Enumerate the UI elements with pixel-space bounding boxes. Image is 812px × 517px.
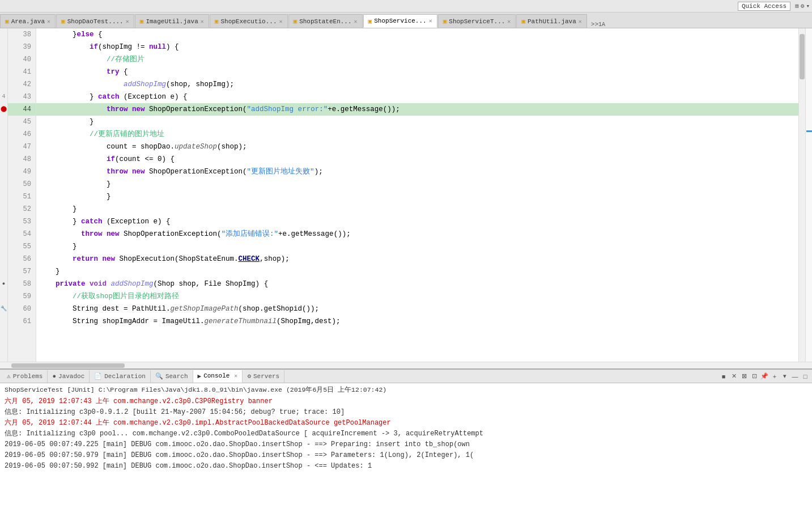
ln-57: 57	[8, 265, 36, 278]
tab-close-shopservice[interactable]: ✕	[429, 18, 432, 24]
code-line-38: }else {	[36, 28, 798, 41]
gutter-53	[0, 215, 7, 228]
tab-close-shopexecutio[interactable]: ✕	[279, 18, 283, 25]
console-line-0: 六月 05, 2019 12:07:43 上午 com.mchange.v2.c…	[5, 396, 807, 407]
code-line-51: }	[36, 190, 798, 203]
code-content[interactable]: }else { if(shopImg != null) { //存储图片 try…	[36, 28, 798, 362]
panel-tab-label-javadoc: Javadoc	[58, 373, 84, 380]
code-line-57: }	[36, 265, 798, 278]
tab-close-shopstateen[interactable]: ✕	[354, 18, 358, 25]
tab-close-imageutil[interactable]: ✕	[201, 18, 204, 25]
console-title: ShopServiceTest [JUnit] C:\Program Files…	[5, 385, 807, 394]
code-line-60: String dest = PathUtil.getShopImagePath(…	[36, 303, 798, 315]
panel-tab-search[interactable]: 🔍 Search	[151, 370, 193, 383]
panel-tab-close-console[interactable]: ✕	[234, 372, 237, 379]
panel-tab-servers[interactable]: ⚙ Servers	[243, 370, 284, 383]
tab-shopdaotest[interactable]: ▣ ShopDaoTest.... ✕	[56, 14, 134, 28]
quick-access-input[interactable]: Quick Access	[738, 2, 790, 11]
tab-close-pathutil[interactable]: ✕	[579, 18, 582, 25]
gutter-42	[0, 78, 7, 91]
gutter-58[interactable]: ●	[0, 278, 7, 290]
tab-shopstateen[interactable]: ▣ ShopStateEn... ✕	[288, 14, 363, 28]
horizontal-scrollbar[interactable]	[0, 362, 812, 368]
tab-shopservicet[interactable]: ▣ ShopServiceT... ✕	[438, 14, 516, 28]
console-line-6: 2019-06-05 00:07:50.992 [main] DEBUG com…	[5, 461, 807, 472]
gutter-60[interactable]: 🔧	[0, 303, 7, 315]
tab-close-shopdaotest[interactable]: ✕	[126, 18, 129, 25]
ln-51: 51	[8, 190, 36, 203]
tab-close-shopservicet[interactable]: ✕	[507, 18, 511, 25]
problems-icon: ⚠	[7, 372, 11, 380]
tab-shopservice[interactable]: ▣ ShopService... ✕	[363, 14, 437, 28]
tab-label-imageutil: ImageUtil.java	[146, 18, 198, 25]
tab-overflow[interactable]: >> 1A	[588, 21, 609, 28]
gutter-45	[0, 116, 7, 128]
more-icon[interactable]: ▾	[806, 2, 810, 10]
ln-47: 47	[8, 141, 36, 153]
tab-imageutil[interactable]: ▣ ImageUtil.java ✕	[135, 14, 209, 28]
panel-tab-label-declaration: Declaration	[104, 373, 146, 380]
ln-59: 59	[8, 290, 36, 303]
tab-label-area: Area.java	[11, 18, 45, 25]
ln-60: 60	[8, 303, 36, 315]
ln-46: 46	[8, 128, 36, 141]
ln-41: 41	[8, 66, 36, 78]
clear-console-button[interactable]: ⊡	[750, 372, 759, 381]
layout-icon[interactable]: ⊞	[795, 2, 799, 10]
gutter-44-bp[interactable]: ⬤	[0, 103, 7, 116]
left-gutter: 4 ⬤ ● 🔧	[0, 28, 8, 362]
gutter-43: 4	[0, 91, 7, 103]
console-new-button[interactable]: +	[770, 372, 779, 381]
code-line-45: }	[36, 116, 798, 128]
ln-49: 49	[8, 166, 36, 178]
vertical-scrollbar[interactable]	[798, 28, 805, 362]
gutter-40	[0, 53, 7, 66]
code-line-54: throw new ShopOperationException("添加店铺错误…	[36, 228, 798, 240]
gutter-57	[0, 265, 7, 278]
gutter-56	[0, 253, 7, 265]
gutter-38	[0, 28, 7, 41]
hscrollbar-thumb[interactable]	[11, 363, 125, 368]
ln-44: 44	[8, 103, 36, 116]
panel-tab-declaration[interactable]: 📄 Declaration	[90, 370, 151, 383]
tab-pathutil[interactable]: ▣ PathUtil.java ✕	[516, 14, 586, 28]
settings-icon[interactable]: ⚙	[801, 2, 805, 10]
code-line-58: private void addShopImg(Shop shop, File …	[36, 278, 798, 290]
console-menu-button[interactable]: ▾	[780, 372, 789, 381]
panel-controls: ■ ✕ ⊠ ⊡ 📌 + ▾ — □	[719, 372, 810, 381]
panel-tab-bar: ⚠ Problems ● Javadoc 📄 Declaration 🔍 Sea…	[0, 370, 812, 383]
panel-tab-console[interactable]: ▶ Console ✕	[193, 370, 243, 383]
pin-console-button[interactable]: 📌	[760, 372, 769, 381]
scroll-lock-button[interactable]: ⊠	[739, 372, 749, 381]
tab-area[interactable]: ▣ Area.java ✕	[0, 14, 56, 28]
gutter-55	[0, 240, 7, 253]
panel-tab-label-search: Search	[165, 373, 188, 380]
scrollbar-thumb[interactable]	[800, 34, 805, 79]
tab-label-shopservicet: ShopServiceT...	[449, 18, 505, 25]
bottom-panel: ⚠ Problems ● Javadoc 📄 Declaration 🔍 Sea…	[0, 368, 812, 517]
toolbar-icons: ⊞ ⚙ ▾	[795, 2, 810, 10]
tab-close-area[interactable]: ✕	[47, 18, 50, 25]
console-output: ShopServiceTest [JUnit] C:\Program Files…	[0, 383, 812, 517]
gutter-59	[0, 290, 7, 303]
tab-icon-imageutil: ▣	[140, 18, 144, 25]
close-panel-button[interactable]: ✕	[729, 372, 738, 381]
gutter-39	[0, 41, 7, 53]
tab-icon-shopservice: ▣	[368, 18, 372, 25]
code-line-41: try {	[36, 66, 798, 78]
code-line-61: String shopImgAddr = ImageUtil.generateT…	[36, 315, 798, 328]
editor-tab-bar: ▣ Area.java ✕ ▣ ShopDaoTest.... ✕ ▣ Imag…	[0, 12, 812, 28]
indicator-dot-1	[806, 130, 812, 132]
panel-tab-problems[interactable]: ⚠ Problems	[2, 370, 48, 383]
servers-icon: ⚙	[247, 372, 251, 380]
gutter-47	[0, 141, 7, 153]
panel-tab-javadoc[interactable]: ● Javadoc	[48, 370, 90, 383]
javadoc-icon: ●	[52, 373, 56, 380]
code-line-56: return new ShopExecution(ShopStateEnum.C…	[36, 253, 798, 265]
code-line-40: //存储图片	[36, 53, 798, 66]
tab-shopexecutio[interactable]: ▣ ShopExecutio... ✕	[210, 14, 288, 28]
maximize-panel-button[interactable]: □	[801, 372, 810, 381]
minimize-panel-button[interactable]: —	[790, 372, 800, 381]
code-scroll-area: 4 ⬤ ● 🔧 38	[0, 28, 812, 362]
stop-button[interactable]: ■	[719, 372, 728, 381]
